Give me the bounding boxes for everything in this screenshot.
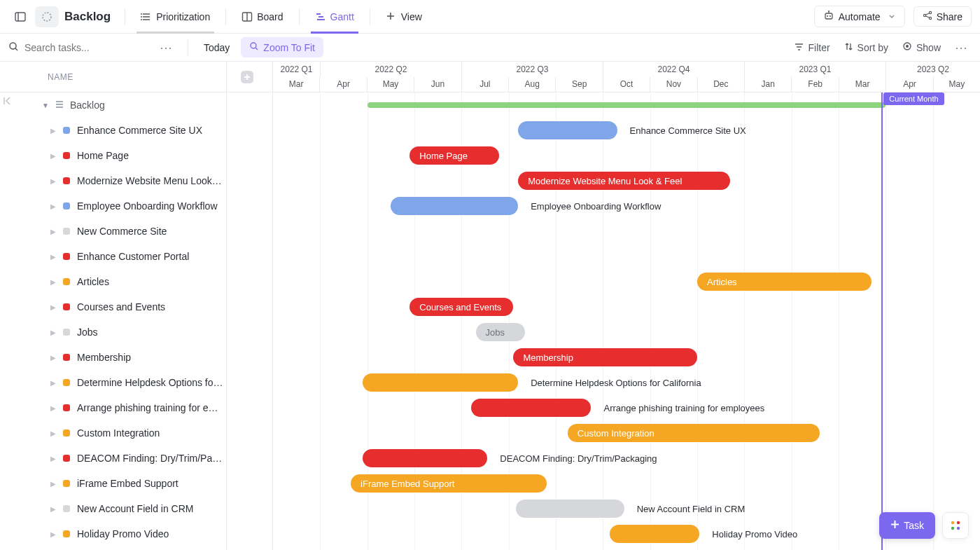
gantt-bar[interactable]: Courses and Events [410, 298, 513, 316]
gantt-bar[interactable] [518, 121, 617, 139]
task-row[interactable]: ▶ Jobs [0, 319, 272, 345]
caret-right-icon[interactable]: ▶ [50, 429, 56, 437]
task-row[interactable]: ▶ DEACOM Finding: Dry/Trim/Packa... [0, 446, 272, 471]
add-column-button[interactable] [240, 70, 254, 84]
task-row[interactable]: ▶ Modernize Website Menu Look & ... [0, 168, 272, 193]
task-row[interactable]: ▶ Home Page [0, 143, 272, 168]
month-cell: Aug [508, 77, 555, 92]
task-label: Task [904, 520, 924, 531]
gantt-bar[interactable] [363, 373, 518, 392]
group-row-backlog[interactable]: ▼ Backlog [0, 92, 272, 118]
list-icon [55, 99, 64, 111]
separator [225, 8, 226, 25]
share-button[interactable]: Share [913, 6, 972, 27]
caret-right-icon[interactable]: ▶ [50, 303, 56, 311]
caret-right-icon[interactable]: ▶ [50, 202, 56, 210]
tab-label: View [401, 11, 422, 22]
caret-right-icon[interactable]: ▶ [50, 228, 56, 235]
tab-gantt[interactable]: Gantt [307, 0, 363, 34]
more-icon[interactable]: ⋯ [951, 37, 972, 58]
sort-icon [844, 42, 853, 53]
task-row[interactable]: ▶ Determine Helpdesk Options for C... [0, 370, 272, 395]
task-name: Courses and Events [77, 301, 165, 312]
task-row[interactable]: ▶ Articles [0, 269, 272, 294]
task-name: iFrame Embed Support [77, 478, 178, 489]
column-divider[interactable] [226, 62, 227, 550]
caret-right-icon[interactable]: ▶ [50, 404, 56, 412]
sortby-label: Sort by [858, 42, 888, 53]
board-icon [241, 11, 253, 22]
zoom-to-fit-button[interactable]: Zoom To Fit [241, 37, 323, 57]
more-options-icon[interactable]: ⋯ [154, 40, 178, 55]
gantt-bar[interactable]: Custom Integration [568, 424, 820, 442]
caret-right-icon[interactable]: ▶ [50, 152, 56, 160]
task-row[interactable]: ▶ Holiday Promo Video [0, 521, 272, 546]
caret-right-icon[interactable]: ▶ [50, 480, 56, 488]
gantt-bar[interactable] [363, 449, 487, 467]
search-input[interactable] [24, 42, 130, 53]
automate-button[interactable]: Automate [814, 6, 905, 27]
gantt-bar[interactable] [516, 500, 624, 518]
chart-body[interactable]: Current MonthEnhance Commerce Site UXHom… [273, 92, 980, 550]
plus-icon [386, 11, 397, 22]
tab-prioritization[interactable]: Prioritization [132, 0, 218, 34]
status-indicator [63, 303, 70, 310]
caret-right-icon[interactable]: ▶ [50, 505, 56, 513]
gantt-bar[interactable] [471, 399, 592, 417]
toggle-sidebar-icon[interactable] [8, 6, 32, 27]
month-cell: May [933, 77, 980, 92]
task-row[interactable]: ▶ Employee Onboarding Workflow [0, 193, 272, 219]
gantt-bar[interactable]: iFrame Embed Support [351, 474, 546, 493]
caret-right-icon[interactable]: ▶ [50, 455, 56, 462]
gantt-bar[interactable]: Home Page [410, 146, 499, 165]
caret-right-icon[interactable]: ▶ [50, 354, 56, 362]
task-row[interactable]: ▶ New Account Field in CRM [0, 496, 272, 521]
task-row[interactable]: ▶ Courses and Events [0, 294, 272, 319]
filter-button[interactable]: Filter [790, 39, 834, 56]
filter-label: Filter [808, 42, 830, 53]
task-row[interactable]: ▶ Arrange phishing training for empl... [0, 395, 272, 420]
caret-right-icon[interactable]: ▶ [50, 530, 56, 538]
gantt-bar[interactable]: Modernize Website Menu Look & Feel [518, 172, 730, 190]
caret-down-icon[interactable]: ▼ [42, 102, 49, 109]
tab-add-view[interactable]: View [377, 0, 430, 34]
caret-right-icon[interactable]: ▶ [50, 177, 56, 185]
caret-right-icon[interactable]: ▶ [50, 253, 56, 261]
new-task-button[interactable]: Task [879, 512, 935, 539]
gantt-bar[interactable]: Membership [513, 348, 697, 366]
task-row[interactable]: ▶ Membership [0, 345, 272, 370]
status-indicator [63, 455, 70, 462]
summary-bar[interactable] [368, 102, 886, 108]
gantt-bar[interactable] [391, 197, 518, 215]
task-name: Holiday Promo Video [77, 528, 169, 539]
tab-label: Prioritization [156, 11, 210, 22]
caret-right-icon[interactable]: ▶ [50, 127, 56, 135]
quarter-cell: 2022 Q2 [320, 62, 461, 77]
task-row[interactable]: ▶ New Commerce Site [0, 219, 272, 244]
gantt-bar[interactable]: Articles [697, 273, 872, 291]
today-button[interactable]: Today [198, 39, 235, 56]
caret-right-icon[interactable]: ▶ [50, 278, 56, 286]
show-icon [902, 41, 912, 53]
task-row[interactable]: ▶ Enhance Commerce Site UX [0, 118, 272, 143]
month-cell: Nov [650, 77, 696, 92]
apps-button[interactable] [942, 512, 969, 539]
task-name: Jobs [77, 326, 98, 338]
status-indicator [63, 177, 70, 184]
sortby-button[interactable]: Sort by [840, 39, 892, 56]
gantt-bar[interactable] [610, 525, 699, 543]
month-cell: Jul [461, 77, 508, 92]
month-cell: Apr [886, 77, 932, 92]
gantt-bar[interactable]: Jobs [476, 323, 526, 341]
caret-right-icon[interactable]: ▶ [50, 329, 56, 336]
top-bar: Backlog Prioritization Board Gantt View … [0, 0, 980, 34]
show-button[interactable]: Show [898, 39, 945, 56]
tab-board[interactable]: Board [233, 0, 291, 34]
task-name: DEACOM Finding: Dry/Trim/Packa... [77, 453, 224, 464]
task-row[interactable]: ▶ Enhance Customer Portal [0, 244, 272, 269]
timeline-header: 2022 Q12022 Q22022 Q32022 Q42023 Q12023 … [273, 62, 980, 92]
list-settings-icon[interactable] [35, 6, 59, 27]
task-row[interactable]: ▶ iFrame Embed Support [0, 471, 272, 496]
task-row[interactable]: ▶ Custom Integration [0, 420, 272, 446]
caret-right-icon[interactable]: ▶ [50, 379, 56, 387]
